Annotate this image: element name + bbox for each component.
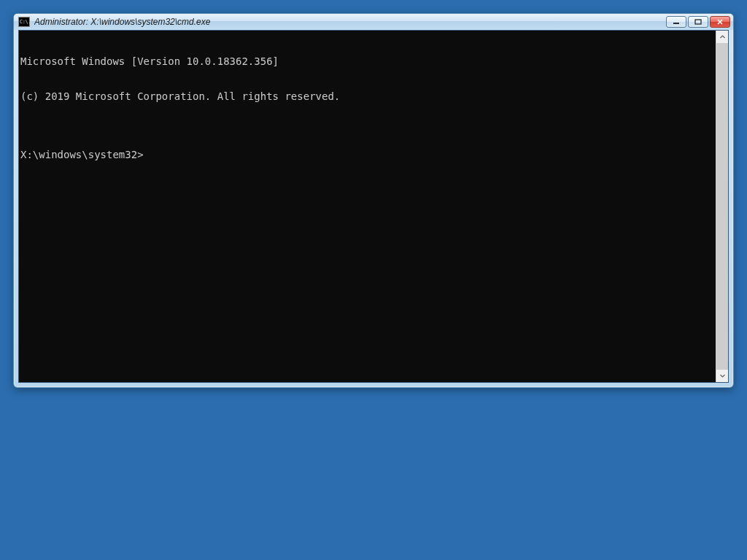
cmd-app-icon: C:\. xyxy=(18,17,30,27)
terminal-line-copyright: (c) 2019 Microsoft Corporation. All righ… xyxy=(20,90,716,102)
cmd-app-icon-glyph: C:\. xyxy=(20,20,31,25)
close-icon xyxy=(716,19,724,25)
window-title: Administrator: X:\windows\system32\cmd.e… xyxy=(34,17,666,27)
terminal-output[interactable]: Microsoft Windows [Version 10.0.18362.35… xyxy=(19,31,716,382)
chevron-down-icon xyxy=(719,373,726,379)
vertical-scrollbar[interactable] xyxy=(716,31,728,382)
chevron-up-icon xyxy=(719,34,726,40)
minimize-button[interactable] xyxy=(666,16,686,28)
scroll-up-button[interactable] xyxy=(716,31,728,43)
svg-rect-0 xyxy=(673,23,679,24)
window-controls xyxy=(666,16,730,28)
client-area: Microsoft Windows [Version 10.0.18362.35… xyxy=(18,30,729,383)
scroll-track[interactable] xyxy=(716,43,728,370)
titlebar[interactable]: C:\. Administrator: X:\windows\system32\… xyxy=(14,14,733,30)
scroll-thumb[interactable] xyxy=(716,43,728,370)
terminal-prompt-line: X:\windows\system32> xyxy=(20,149,716,160)
minimize-icon xyxy=(673,19,680,25)
cmd-window: C:\. Administrator: X:\windows\system32\… xyxy=(13,13,734,388)
svg-rect-1 xyxy=(695,20,701,24)
close-button[interactable] xyxy=(710,16,730,28)
maximize-button[interactable] xyxy=(688,16,708,28)
terminal-line-version: Microsoft Windows [Version 10.0.18362.35… xyxy=(20,55,716,67)
terminal-prompt: X:\windows\system32> xyxy=(20,149,144,160)
maximize-icon xyxy=(694,19,702,25)
scroll-down-button[interactable] xyxy=(716,370,728,382)
